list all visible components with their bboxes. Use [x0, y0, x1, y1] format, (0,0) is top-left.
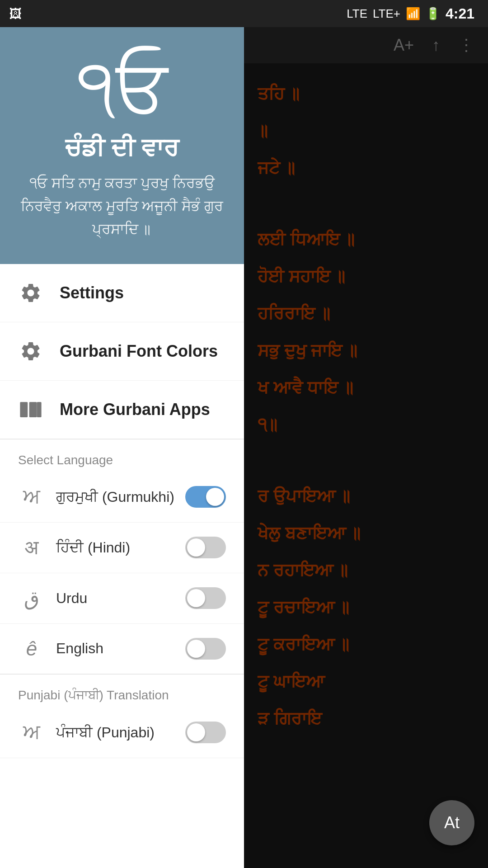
urdu-label: Urdu: [56, 590, 185, 607]
text-line-4: ਲਈ ਧਿਆਇ ॥: [258, 222, 474, 257]
text-line-2: ॥: [258, 114, 474, 148]
content-toolbar: A+ ↑ ⋮: [244, 27, 488, 63]
toggle-knob: [206, 488, 224, 506]
text-line-15: ਟੂ ਘਾਇਆ: [258, 665, 474, 699]
urdu-script-icon: ق: [18, 587, 45, 610]
language-hindi[interactable]: अ ਹਿੰਦੀ (Hindi): [0, 523, 244, 573]
text-line-10: ਰ ਉਪਾਇਆ ॥: [258, 479, 474, 514]
lte-indicator: LTE: [347, 7, 367, 21]
battery-icon: 🔋: [426, 7, 440, 21]
hindi-toggle[interactable]: [185, 537, 226, 558]
lte-plus-indicator: LTE+: [373, 7, 400, 21]
language-urdu[interactable]: ق Urdu: [0, 573, 244, 624]
text-line-11: ਖੇਲੁ ਬਣਾਇਆ ॥: [258, 516, 474, 551]
punjabi-toggle[interactable]: [185, 722, 226, 743]
status-bar-left: 🖼: [9, 6, 22, 21]
clock: 4:21: [446, 5, 474, 22]
text-line-12: ਨ ਰਹਾਇਆ ॥: [258, 553, 474, 588]
content-panel: A+ ↑ ⋮ ਤਹਿ ॥ ॥ ਜਟੇ ॥ ਲਈ ਧਿਆਇ ॥ ਹੋਈ ਸਹਾਇ …: [244, 27, 488, 868]
menu-section: Settings Gurbani Font Colors: [0, 264, 244, 439]
hindi-script-icon: अ: [18, 536, 45, 559]
toggle-knob: [187, 538, 205, 557]
more-options-button[interactable]: ⋮: [458, 36, 474, 55]
text-line-13: ਟੂ ਰਚਾਇਆ ॥: [258, 590, 474, 625]
punjabi-translation-section: Punjabi (ਪੰਜਾਬੀ) Translation ਅ ਪੰਜਾਬੀ (P…: [0, 675, 244, 758]
gallery-icon: 🖼: [9, 6, 22, 21]
hindi-label: ਹਿੰਦੀ (Hindi): [56, 539, 185, 556]
toggle-knob: [187, 589, 205, 607]
text-line-7: ਸਭੁ ਦੁਖੁ ਜਾਇ ॥: [258, 334, 474, 368]
settings-icon: [18, 280, 43, 306]
gurmukhi-label: ਗੁਰਮੁਖੀ (Gurmukhi): [56, 489, 185, 505]
text-line-3: ਜਟੇ ॥: [258, 151, 474, 185]
text-line-9: ੧॥: [258, 408, 474, 442]
toggle-knob: [187, 723, 205, 741]
language-english[interactable]: ê English: [0, 624, 244, 674]
drawer-title: ਚੰਡੀ ਦੀ ਵਾਰ: [65, 134, 178, 163]
language-gurmukhi[interactable]: ਅ ਗੁਰਮੁਖੀ (Gurmukhi): [0, 472, 244, 523]
gurmukhi-script-icon: ਅ: [18, 486, 45, 509]
scroll-up-button[interactable]: ↑: [432, 36, 440, 55]
language-punjabi[interactable]: ਅ ਪੰਜਾਬੀ (Punjabi): [0, 708, 244, 758]
gurmukhi-toggle[interactable]: [185, 486, 226, 508]
english-label: English: [56, 640, 185, 657]
urdu-toggle[interactable]: [185, 587, 226, 609]
drawer-header: ੧ਓ ਚੰਡੀ ਦੀ ਵਾਰ ੧ਓ ਸਤਿ ਨਾਮੁ ਕਰਤਾ ਪੁਰਖੁ ਨਿ…: [0, 27, 244, 264]
punjabi-script-icon: ਅ: [18, 721, 45, 744]
ik-onkar-symbol: ੧ਓ: [76, 50, 168, 129]
text-line-16: ੜ ਗਿਰਾਇ: [258, 702, 474, 736]
more-apps-icon: [18, 397, 43, 422]
more-apps-menu-item[interactable]: More Gurbani Apps: [0, 381, 244, 439]
text-line-5: ਹੋਈ ਸਹਾਇ ॥: [258, 259, 474, 294]
english-script-icon: ê: [18, 637, 45, 660]
floating-action-button[interactable]: At: [429, 800, 474, 845]
status-bar: 🖼 LTE LTE+ 📶 🔋 4:21: [0, 0, 488, 27]
drawer-subtitle: ੧ਓ ਸਤਿ ਨਾਮੁ ਕਰਤਾ ਪੁਰਖੁ ਨਿਰਭਉ ਨਿਰਵੈਰੁ ਅਕਾ…: [18, 172, 226, 241]
fab-label: At: [444, 813, 460, 832]
text-line-8: ਖ ਆਵੈ ਧਾਇ ॥: [258, 371, 474, 405]
text-line-14: ਟੂ ਕਰਾਇਆ ॥: [258, 627, 474, 662]
text-line-1: ਤਹਿ ॥: [258, 77, 474, 111]
font-colors-menu-item[interactable]: Gurbani Font Colors: [0, 322, 244, 381]
font-colors-icon: [18, 339, 43, 364]
font-colors-label: Gurbani Font Colors: [60, 342, 218, 361]
punjabi-label: ਪੰਜਾਬੀ (Punjabi): [56, 724, 185, 741]
punjabi-translation-header: Punjabi (ਪੰਜਾਬੀ) Translation: [0, 675, 244, 708]
svg-rect-2: [37, 402, 42, 417]
signal-bars-icon: 📶: [406, 7, 420, 21]
status-bar-right: LTE LTE+ 📶 🔋 4:21: [347, 5, 474, 22]
svg-rect-1: [29, 402, 37, 417]
gurbani-text: ਤਹਿ ॥ ॥ ਜਟੇ ॥ ਲਈ ਧਿਆਇ ॥ ਹੋਈ ਸਹਾਇ ॥ ਹਰਿਰਾ…: [244, 63, 488, 752]
navigation-drawer: ੧ਓ ਚੰਡੀ ਦੀ ਵਾਰ ੧ਓ ਸਤਿ ਨਾਮੁ ਕਰਤਾ ਪੁਰਖੁ ਨਿ…: [0, 27, 244, 868]
select-language-header: Select Language: [0, 439, 244, 472]
english-toggle[interactable]: [185, 638, 226, 660]
language-section: Select Language ਅ ਗੁਰਮੁਖੀ (Gurmukhi) अ ਹ…: [0, 439, 244, 674]
settings-menu-item[interactable]: Settings: [0, 264, 244, 322]
settings-label: Settings: [60, 283, 124, 302]
text-line-6: ਹਰਿਰਾਇ ॥: [258, 297, 474, 331]
font-size-button[interactable]: A+: [394, 36, 414, 55]
svg-rect-0: [20, 402, 28, 417]
more-apps-label: More Gurbani Apps: [60, 400, 210, 419]
toggle-knob: [187, 640, 205, 658]
